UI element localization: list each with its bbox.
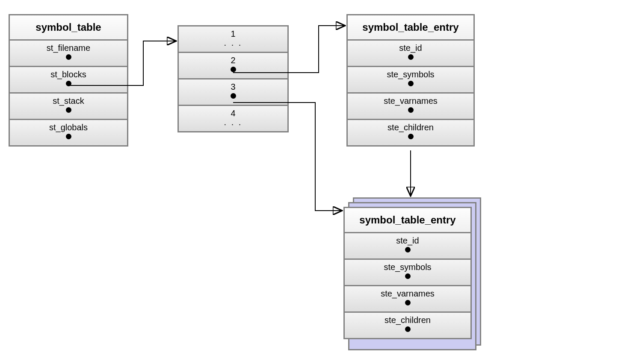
ste-symbols-label: ste_symbols — [348, 70, 473, 79]
st-stack-row: st_stack — [10, 94, 127, 120]
dot-icon — [66, 107, 71, 113]
symbol-table-box: symbol_table st_filename st_blocks st_st… — [9, 14, 128, 147]
st-filename-label: st_filename — [10, 43, 127, 53]
dot-icon — [405, 273, 411, 279]
dot-icon — [408, 107, 414, 113]
ste-varnames-row: ste_varnames — [348, 94, 473, 120]
dot-icon — [66, 134, 71, 139]
st-stack-label: st_stack — [10, 96, 127, 106]
entry-top-title: symbol_table_entry — [348, 15, 473, 41]
array-index-4: 4 — [179, 109, 287, 118]
array-row-2: 2 — [179, 53, 287, 79]
st-globals-label: st_globals — [10, 123, 127, 132]
ste-symbols-label-b: ste_symbols — [345, 262, 470, 272]
dot-icon — [408, 81, 414, 86]
array-index-2: 2 — [179, 56, 287, 65]
st-filename-row: st_filename — [10, 41, 127, 67]
dot-icon — [408, 134, 414, 139]
ste-symbols-row: ste_symbols — [348, 67, 473, 94]
ste-id-row: ste_id — [348, 41, 473, 67]
ste-id-label: ste_id — [348, 43, 473, 53]
array-row-4: 4 . . . — [179, 106, 287, 131]
dot-icon — [405, 247, 411, 252]
ste-children-label-b: ste_children — [345, 315, 470, 325]
symbol-table-title: symbol_table — [10, 15, 127, 41]
dot-icon — [231, 93, 236, 99]
array-box: 1 . . . 2 3 4 . . . — [177, 25, 289, 132]
st-globals-row: st_globals — [10, 120, 127, 145]
st-blocks-label: st_blocks — [10, 70, 127, 79]
dot-icon — [405, 300, 411, 305]
dot-icon — [231, 67, 236, 72]
ellipsis-icon: . . . — [224, 117, 243, 127]
ste-children-row-b: ste_children — [345, 313, 470, 338]
array-index-3: 3 — [179, 82, 287, 92]
ellipsis-icon: . . . — [224, 38, 243, 47]
entry-bottom-title: symbol_table_entry — [345, 208, 470, 233]
entry-top-box: symbol_table_entry ste_id ste_symbols st… — [346, 14, 475, 147]
ste-varnames-label: ste_varnames — [348, 96, 473, 106]
st-blocks-row: st_blocks — [10, 67, 127, 94]
dot-icon — [66, 81, 71, 86]
ste-symbols-row-b: ste_symbols — [345, 260, 470, 286]
ste-varnames-row-b: ste_varnames — [345, 286, 470, 313]
dot-icon — [405, 326, 411, 332]
dot-icon — [66, 54, 71, 60]
array-row-3: 3 — [179, 79, 287, 106]
dot-icon — [408, 54, 414, 60]
ste-id-row-b: ste_id — [345, 233, 470, 260]
entry-bottom-box: symbol_table_entry ste_id ste_symbols st… — [343, 207, 472, 339]
ste-id-label-b: ste_id — [345, 236, 470, 246]
ste-varnames-label-b: ste_varnames — [345, 289, 470, 299]
array-row-1: 1 . . . — [179, 26, 287, 53]
array-index-1: 1 — [179, 29, 287, 39]
ste-children-label: ste_children — [348, 123, 473, 132]
ste-children-row: ste_children — [348, 120, 473, 145]
